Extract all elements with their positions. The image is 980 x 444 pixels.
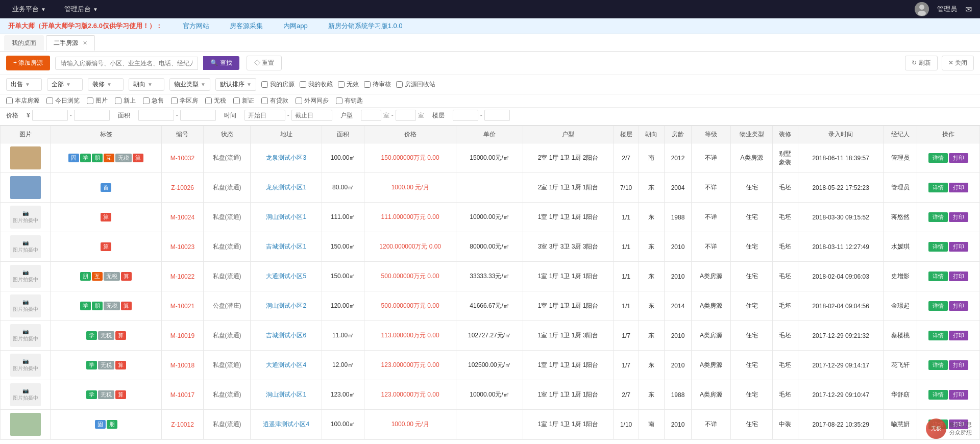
house-photo[interactable] — [10, 146, 41, 169]
house-tag[interactable]: 朋 — [107, 420, 117, 429]
house-tag[interactable]: 无税 — [98, 361, 114, 369]
house-id-link[interactable]: M-10021 — [170, 303, 194, 310]
time-start-input[interactable] — [244, 110, 285, 121]
intranet-app-link[interactable]: 内网app — [283, 21, 308, 31]
detail-button[interactable]: 详情 — [928, 242, 948, 252]
house-id-link[interactable]: M-10023 — [170, 243, 194, 251]
checkbox-new-cert[interactable]: 新证 — [233, 96, 254, 105]
room-max-input[interactable] — [396, 110, 416, 121]
area-min-input[interactable] — [138, 110, 174, 121]
house-tag[interactable]: 算 — [101, 213, 111, 221]
area-max-input[interactable] — [180, 110, 216, 121]
house-id-link[interactable]: Z-10026 — [171, 184, 194, 191]
house-tag[interactable]: 互 — [104, 154, 114, 162]
biz-platform-menu[interactable]: 业务平台 ▼ — [8, 5, 50, 14]
checkbox-this-store[interactable]: 本店房源 — [6, 96, 39, 105]
checkbox-school-dist[interactable]: 学区房 — [171, 96, 198, 105]
refresh-button[interactable]: ↻ 刷新 — [905, 56, 937, 70]
checkbox-no-tax[interactable]: 无税 — [205, 96, 226, 105]
detail-button[interactable]: 详情 — [928, 153, 948, 163]
house-address-link[interactable]: 吉城测试小区6 — [266, 332, 306, 339]
house-tag[interactable]: 固 — [95, 420, 106, 429]
house-address-link[interactable]: 洞山测试小区2 — [266, 302, 306, 309]
house-address-link[interactable]: 吉城测试小区1 — [266, 243, 306, 250]
house-id-link[interactable]: M-10019 — [170, 332, 194, 339]
detail-button[interactable]: 详情 — [928, 183, 948, 192]
filter-type[interactable]: 出售 ▼ — [6, 78, 42, 91]
house-id-link[interactable]: M-10024 — [170, 214, 194, 221]
house-tag[interactable]: 算 — [121, 272, 132, 281]
house-photo[interactable] — [10, 176, 41, 199]
mail-icon[interactable]: ✉ — [965, 5, 972, 14]
search-input[interactable] — [55, 57, 198, 70]
house-tag[interactable]: 朋 — [80, 272, 91, 281]
house-address-link[interactable]: 大通测试小区4 — [266, 361, 306, 368]
house-address-link[interactable]: 洞山测试小区1 — [266, 391, 306, 398]
house-tag[interactable]: 算 — [115, 361, 126, 369]
reset-button[interactable]: ◇ 重置 — [247, 56, 282, 70]
house-tag[interactable]: 无税 — [98, 331, 114, 340]
checkbox-external-sync[interactable]: 外网同步 — [296, 96, 329, 105]
time-end-input[interactable] — [291, 110, 332, 121]
house-tag[interactable]: 固 — [68, 154, 79, 162]
print-button[interactable]: 打印 — [949, 360, 968, 370]
house-address-link[interactable]: 逍遥津测试小区4 — [263, 421, 309, 428]
price-min-input[interactable] — [32, 110, 68, 121]
close-button[interactable]: ✕ 关闭 — [942, 56, 974, 70]
house-tag[interactable]: 首 — [101, 183, 111, 192]
filter-direction[interactable]: 朝向 ▼ — [129, 78, 164, 91]
house-tag[interactable]: 朋 — [92, 302, 103, 310]
house-tag[interactable]: 算 — [115, 390, 126, 399]
print-button[interactable]: 打印 — [949, 153, 968, 163]
print-button[interactable]: 打印 — [949, 331, 968, 340]
house-tag[interactable]: 算 — [115, 331, 126, 340]
print-button[interactable]: 打印 — [949, 212, 968, 222]
house-tag[interactable]: 朋 — [92, 154, 103, 162]
filter-sort[interactable]: 默认排序 ▼ — [215, 78, 256, 91]
house-tag[interactable]: 算 — [121, 302, 132, 310]
official-site-link[interactable]: 官方网站 — [183, 21, 209, 31]
house-tag[interactable]: 无税 — [104, 302, 120, 310]
filter-property-type[interactable]: 物业类型 ▼ — [169, 78, 210, 91]
floor-min-input[interactable] — [453, 110, 478, 121]
filter-all[interactable]: 全部 ▼ — [47, 78, 83, 91]
checkbox-new[interactable]: 新上 — [115, 96, 136, 105]
checkbox-pending[interactable]: 待审核 — [364, 80, 391, 89]
house-tag[interactable]: 互 — [92, 272, 103, 281]
house-tag[interactable]: 学 — [86, 361, 97, 369]
detail-button[interactable]: 详情 — [928, 360, 948, 370]
print-button[interactable]: 打印 — [949, 272, 968, 281]
house-id-link[interactable]: M-10017 — [170, 391, 194, 399]
room-min-input[interactable] — [361, 110, 381, 121]
admin-name[interactable]: 管理员 — [937, 5, 957, 14]
checkbox-photo[interactable]: 图片 — [87, 96, 108, 105]
checkbox-has-loan[interactable]: 有贷款 — [261, 96, 288, 105]
detail-button[interactable]: 详情 — [928, 212, 948, 222]
house-id-link[interactable]: M-10018 — [170, 362, 194, 369]
house-tag[interactable]: 算 — [101, 242, 111, 251]
house-tag[interactable]: 学 — [86, 390, 97, 399]
tab-second-hand[interactable]: 二手房源 ✕ — [46, 35, 95, 51]
house-tag[interactable]: 无税 — [115, 154, 132, 162]
house-tag[interactable]: 无税 — [98, 390, 114, 399]
detail-button[interactable]: 详情 — [928, 272, 948, 281]
print-button[interactable]: 打印 — [949, 390, 968, 400]
tab-desktop[interactable]: 我的桌面 — [4, 35, 44, 51]
print-button[interactable]: 打印 — [949, 301, 968, 311]
detail-button[interactable]: 详情 — [928, 301, 948, 311]
checkbox-invalid[interactable]: 无效 — [338, 80, 359, 89]
checkbox-my-house[interactable]: 我的房源 — [261, 80, 295, 89]
tab-close-btn[interactable]: ✕ — [83, 40, 87, 46]
house-address-link[interactable]: 龙泉测试小区1 — [266, 184, 306, 191]
house-tag[interactable]: 学 — [80, 302, 91, 310]
floor-max-input[interactable] — [484, 110, 510, 121]
house-address-link[interactable]: 龙泉测试小区3 — [266, 154, 306, 161]
admin-platform-menu[interactable]: 管理后台 ▼ — [60, 5, 102, 14]
house-collect-link[interactable]: 房客源采集 — [230, 21, 263, 31]
print-button[interactable]: 打印 — [949, 183, 968, 192]
house-id-link[interactable]: Z-10012 — [171, 421, 194, 428]
price-max-input[interactable] — [74, 110, 110, 121]
add-house-button[interactable]: + 添加房源 — [6, 56, 50, 70]
checkbox-urgent[interactable]: 急售 — [143, 96, 164, 105]
house-tag[interactable]: 学 — [80, 154, 91, 162]
